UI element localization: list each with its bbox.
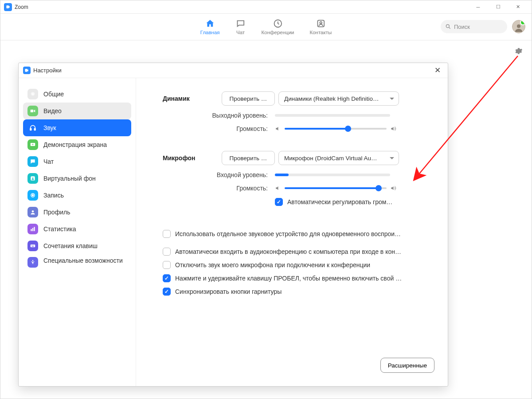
sidebar-item-video[interactable]: Видео xyxy=(23,103,131,119)
settings-content-audio: Динамик Проверить … Динамики (Realtek Hi… xyxy=(136,78,448,386)
speaker-low-icon xyxy=(275,126,281,132)
mic-input-level-meter xyxy=(275,174,390,176)
toolbar: Главная Чат Конференции Контакты xyxy=(0,14,532,40)
window-controls: ─ ☐ ✕ xyxy=(468,0,528,14)
speaker-volume-row: Громкость: xyxy=(163,125,443,132)
contacts-icon xyxy=(315,18,326,29)
option-sync-headset: Синхронизировать кнопки гарнитуры xyxy=(163,288,443,296)
sidebar-item-label: Сочетания клавиш xyxy=(43,242,98,249)
mic-volume-label: Громкость: xyxy=(163,185,271,192)
sidebar-item-general[interactable]: Общие xyxy=(23,86,131,103)
mic-volume-slider[interactable] xyxy=(285,187,387,189)
ptt-checkbox[interactable] xyxy=(163,274,171,282)
svg-rect-7 xyxy=(34,128,35,130)
speaker-volume-slider[interactable] xyxy=(285,128,387,130)
gear-icon[interactable] xyxy=(514,47,523,57)
auto-adjust-volume-label: Автоматически регулировать гром… xyxy=(287,198,392,205)
video-icon xyxy=(27,106,38,116)
mic-device-value: Микрофон (DroidCam Virtual Au… xyxy=(284,155,377,162)
auto-join-checkbox[interactable] xyxy=(163,248,171,256)
option-mute-on-join: Отключить звук моего микрофона при подкл… xyxy=(163,261,443,269)
sidebar-item-label: Виртуальный фон xyxy=(43,175,96,182)
sync-headset-checkbox[interactable] xyxy=(163,288,171,296)
nav-group: Главная Чат Конференции Контакты xyxy=(200,18,332,35)
sidebar-item-chat[interactable]: Чат xyxy=(23,153,131,170)
svg-point-19 xyxy=(32,245,33,246)
chat-bubble-icon xyxy=(235,18,246,29)
speaker-volume-label: Громкость: xyxy=(163,125,271,132)
speaker-high-icon xyxy=(390,185,396,191)
nav-contacts[interactable]: Контакты xyxy=(309,18,332,35)
speaker-low-icon xyxy=(275,185,281,191)
nav-chat[interactable]: Чат xyxy=(235,18,246,35)
mic-section-label: Микрофон xyxy=(163,154,218,162)
share-screen-icon xyxy=(27,139,38,150)
settings-sidebar: Общие Видео Звук xyxy=(19,78,136,386)
svg-rect-21 xyxy=(32,246,34,247)
auto-adjust-volume-checkbox[interactable] xyxy=(275,198,283,206)
advanced-button[interactable]: Расширенные xyxy=(380,358,434,373)
speaker-output-level-row: Выходной уровень: xyxy=(163,112,443,119)
app-window: Zoom ─ ☐ ✕ Главная Чат xyxy=(0,0,532,399)
output-level-label: Выходной уровень: xyxy=(163,112,271,119)
svg-point-10 xyxy=(32,178,34,179)
speaker-high-icon xyxy=(390,126,396,132)
settings-close-button[interactable]: ✕ xyxy=(432,65,443,76)
speaker-device-value: Динамики (Realtek High Definitio… xyxy=(284,95,379,102)
profile-icon xyxy=(27,207,38,217)
mic-test-button[interactable]: Проверить … xyxy=(222,151,275,165)
svg-point-13 xyxy=(32,210,34,213)
ptt-label: Нажмите и удерживайте клавишу ПРОБЕЛ, чт… xyxy=(175,275,402,282)
sidebar-item-share[interactable]: Демонстрация экрана xyxy=(23,136,131,153)
svg-rect-15 xyxy=(32,228,33,231)
nav-chat-label: Чат xyxy=(236,30,245,35)
nav-meetings-label: Конференции xyxy=(262,30,294,35)
settings-body: Общие Видео Звук xyxy=(19,78,448,386)
sidebar-item-label: Видео xyxy=(43,107,62,115)
mic-input-level-row: Входной уровень: xyxy=(163,171,443,178)
sidebar-item-shortcuts[interactable]: Сочетания клавиш xyxy=(23,237,131,254)
stats-icon xyxy=(27,224,38,234)
sidebar-item-label: Звук xyxy=(43,124,56,131)
avatar-button[interactable] xyxy=(512,20,525,33)
svg-point-18 xyxy=(31,245,32,246)
sidebar-item-audio[interactable]: Звук xyxy=(23,119,131,136)
svg-point-12 xyxy=(32,194,34,196)
settings-title: Настройки xyxy=(33,67,62,74)
sidebar-item-record[interactable]: Запись xyxy=(23,187,131,204)
sidebar-item-label: Общие xyxy=(43,91,64,98)
svg-rect-6 xyxy=(30,128,31,130)
svg-point-22 xyxy=(32,260,33,261)
option-auto-join: Автоматически входить в аудиоконференцию… xyxy=(163,248,443,256)
sidebar-item-label: Профиль xyxy=(43,209,70,216)
app-icon xyxy=(4,3,12,11)
sync-headset-label: Синхронизировать кнопки гарнитуры xyxy=(175,288,282,295)
minimize-button[interactable]: ─ xyxy=(468,0,488,14)
speaker-output-level-meter xyxy=(275,114,390,117)
nav-home[interactable]: Главная xyxy=(200,18,220,35)
gear-icon xyxy=(27,89,38,99)
sidebar-item-accessibility[interactable]: Специальные возможности xyxy=(23,254,131,270)
speaker-device-dropdown[interactable]: Динамики (Realtek High Definitio… xyxy=(278,91,399,106)
close-button[interactable]: ✕ xyxy=(508,0,528,14)
search-input[interactable]: Поиск xyxy=(441,20,507,33)
mic-volume-row: Громкость: xyxy=(163,185,443,192)
mute-on-join-checkbox[interactable] xyxy=(163,261,171,269)
maximize-button[interactable]: ☐ xyxy=(488,0,508,14)
svg-rect-16 xyxy=(34,227,35,231)
mic-row: Микрофон Проверить … Микрофон (DroidCam … xyxy=(163,151,443,165)
sidebar-item-profile[interactable]: Профиль xyxy=(23,204,131,221)
sidebar-item-stats[interactable]: Статистика xyxy=(23,221,131,237)
nav-meetings[interactable]: Конференции xyxy=(262,18,294,35)
svg-rect-17 xyxy=(31,245,35,247)
mic-device-dropdown[interactable]: Микрофон (DroidCam Virtual Au… xyxy=(278,151,399,165)
speaker-test-button[interactable]: Проверить … xyxy=(222,91,275,106)
sidebar-item-vbg[interactable]: Виртуальный фон xyxy=(23,170,131,187)
auto-join-label: Автоматически входить в аудиоконференцию… xyxy=(175,248,401,255)
separate-device-checkbox[interactable] xyxy=(163,230,171,238)
keyboard-icon xyxy=(27,241,38,251)
accessibility-icon xyxy=(27,257,38,268)
home-icon xyxy=(205,18,215,29)
sidebar-item-label: Запись xyxy=(43,192,64,199)
sidebar-item-label: Чат xyxy=(43,158,54,165)
